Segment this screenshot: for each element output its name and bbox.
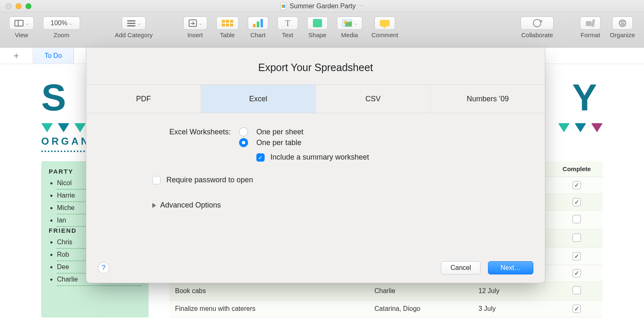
advanced-options-label: Advanced Options: [160, 201, 221, 210]
table-row: Book cabsCharlie12 July: [169, 282, 603, 301]
insert-label: Insert: [187, 31, 203, 38]
traffic-lights: [6, 3, 31, 9]
zoom-label: Zoom: [54, 31, 69, 38]
add-category-button[interactable]: ⌵: [122, 17, 146, 30]
complete-checkbox[interactable]: ✓: [573, 305, 581, 313]
complete-checkbox[interactable]: ✓: [573, 198, 581, 206]
sheet-tab-todo[interactable]: To Do: [33, 48, 74, 64]
task-cell: Book cabs: [169, 282, 369, 301]
complete-checkbox[interactable]: ✓: [573, 252, 581, 260]
chart-button[interactable]: [248, 17, 268, 30]
chevron-down-icon: ⌵: [26, 21, 28, 26]
table-row: Finalize menu with caterersCatarina, Dio…: [169, 301, 603, 317]
text-label: Text: [282, 31, 294, 38]
chevron-down-icon: ⌵: [70, 21, 72, 26]
disclosure-triangle-icon: [152, 203, 156, 208]
format-tabs: PDFExcelCSVNumbers ’09: [86, 84, 545, 113]
list-icon: [127, 20, 135, 26]
shape-label: Shape: [308, 31, 326, 38]
comment-button[interactable]: [374, 17, 395, 30]
collaborate-label: Collaborate: [521, 31, 553, 38]
document-icon: [280, 2, 286, 10]
tab-csv[interactable]: CSV: [315, 85, 430, 113]
media-icon: [342, 19, 352, 27]
add-category-label: Add Category: [115, 31, 153, 38]
document-title: Summer Garden Party: [289, 2, 355, 10]
view-icon: [14, 20, 24, 26]
shape-button[interactable]: [307, 17, 328, 30]
insert-button[interactable]: ⌵: [183, 17, 207, 30]
dialog-footer: ? Cancel Next…: [86, 253, 545, 283]
window-titlebar: Summer Garden Party ﹀: [0, 0, 644, 12]
due-cell: 12 July: [473, 282, 551, 301]
checkbox-include-summary[interactable]: ✓: [256, 153, 265, 162]
format-icon: [586, 19, 595, 27]
export-dialog: Export Your Spreadsheet PDFExcelCSVNumbe…: [86, 48, 545, 283]
complete-checkbox[interactable]: [573, 234, 581, 242]
sheet-tab-label: To Do: [45, 52, 62, 60]
collaborate-icon: [533, 19, 541, 27]
chevron-down-icon: ⌵: [355, 21, 357, 26]
complete-checkbox[interactable]: [573, 286, 581, 294]
shape-icon: [313, 19, 322, 27]
who-cell: Catarina, Diogo: [369, 301, 473, 317]
checkbox-include-summary-label: Include a summary worksheet: [270, 153, 369, 162]
bunting-decoration: [558, 123, 603, 132]
zoom-value: 100%: [51, 19, 68, 27]
chart-label: Chart: [250, 31, 265, 38]
chevron-down-icon: ⌵: [199, 21, 202, 26]
radio-one-per-table-label: One per table: [256, 138, 301, 147]
add-sheet-button[interactable]: +: [0, 48, 33, 64]
zoom-window-button[interactable]: [26, 3, 31, 9]
due-cell: 3 July: [473, 301, 551, 317]
checkbox-require-password[interactable]: [152, 176, 161, 184]
radio-one-per-table[interactable]: [239, 138, 248, 147]
media-label: Media: [341, 31, 358, 38]
toolbar: ⌵ View 100%⌵ Zoom ⌵ Add Category ⌵ Inser…: [0, 12, 644, 48]
tab-pdf[interactable]: PDF: [86, 85, 201, 113]
table-icon: [222, 20, 233, 26]
who-cell: Charlie: [369, 282, 473, 301]
chevron-down-icon: ⌵: [138, 21, 140, 26]
complete-checkbox[interactable]: ✓: [573, 269, 581, 277]
format-label: Format: [580, 31, 600, 38]
help-button[interactable]: ?: [98, 262, 109, 274]
organize-label: Organize: [610, 31, 635, 38]
view-button[interactable]: ⌵: [9, 17, 34, 30]
minimize-window-button[interactable]: [16, 3, 21, 9]
collaborate-button[interactable]: [521, 17, 554, 30]
close-window-button[interactable]: [6, 3, 12, 9]
comment-icon: [380, 20, 390, 26]
checkbox-require-password-label: Require password to open: [166, 176, 253, 184]
organize-button[interactable]: [612, 17, 633, 30]
cancel-button[interactable]: Cancel: [441, 261, 481, 274]
doc-title-right: Y: [558, 76, 603, 119]
task-cell: Finalize menu with caterers: [169, 301, 369, 317]
options-panel: Excel Worksheets: One per sheet One per …: [86, 113, 545, 253]
radio-one-per-sheet[interactable]: [239, 127, 248, 136]
insert-icon: [189, 19, 197, 27]
chart-icon: [253, 19, 263, 27]
dialog-title: Export Your Spreadsheet: [86, 48, 545, 84]
organize-icon: [619, 19, 626, 27]
complete-checkbox[interactable]: ✓: [573, 181, 581, 189]
worksheets-label: Excel Worksheets:: [152, 128, 231, 136]
tab-excel[interactable]: Excel: [201, 85, 315, 113]
table-button[interactable]: [216, 17, 239, 30]
tab-numbers-09[interactable]: Numbers ’09: [430, 85, 545, 113]
text-icon: T: [285, 19, 290, 28]
view-label: View: [15, 31, 28, 38]
column-complete: Complete: [551, 161, 603, 177]
complete-checkbox[interactable]: [573, 215, 581, 223]
comment-label: Comment: [372, 31, 398, 38]
radio-one-per-sheet-label: One per sheet: [256, 128, 303, 136]
zoom-button[interactable]: 100%⌵: [43, 17, 80, 30]
text-button[interactable]: T: [277, 17, 298, 30]
advanced-options-disclosure[interactable]: Advanced Options: [152, 201, 520, 210]
media-button[interactable]: ⌵: [337, 17, 362, 30]
table-label: Table: [220, 31, 235, 38]
window-title[interactable]: Summer Garden Party ﹀: [280, 2, 363, 10]
next-button[interactable]: Next…: [488, 261, 533, 274]
format-button[interactable]: [580, 17, 601, 30]
chevron-down-icon: ﹀: [359, 3, 364, 9]
